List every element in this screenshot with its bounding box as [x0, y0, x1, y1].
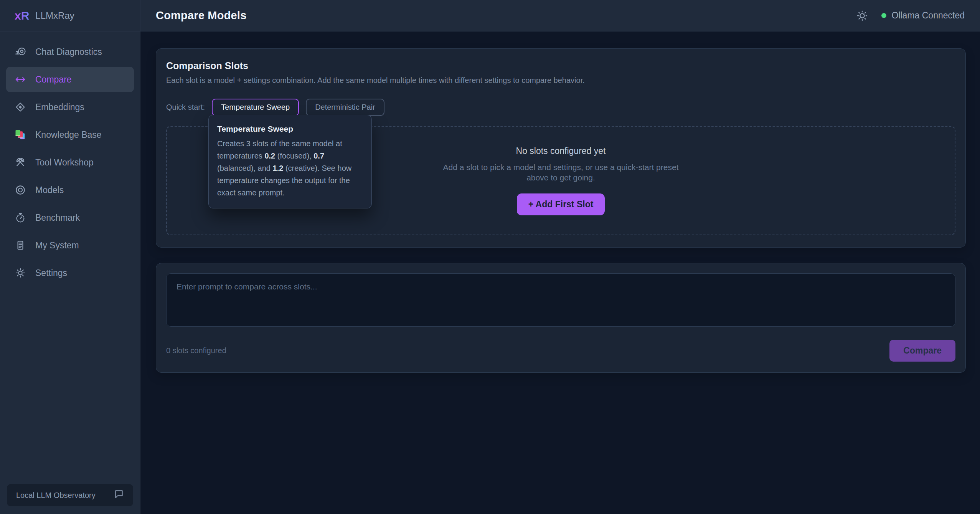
content: Comparison Slots Each slot is a model + …: [140, 31, 980, 514]
empty-state-title: No slots configured yet: [516, 146, 606, 156]
quickstart-label: Quick start:: [166, 103, 205, 112]
sidebar-item-knowledge-base[interactable]: Knowledge Base: [6, 122, 134, 147]
sidebar-nav: Chat Diagnostics Compare Embeddings: [0, 31, 140, 286]
main-area: Compare Models Ollama Connected Comparis…: [140, 0, 980, 514]
brand: xR LLMxRay: [0, 0, 140, 31]
sidebar-item-label: My System: [35, 240, 79, 251]
target-rings-icon: [14, 183, 27, 197]
prompt-card: 0 slots configured Compare: [156, 263, 966, 373]
app-root: xR LLMxRay Chat Diagnostics: [0, 0, 980, 514]
sidebar-item-compare[interactable]: Compare: [6, 67, 134, 92]
sidebar-item-settings[interactable]: Settings: [6, 260, 134, 286]
stopwatch-icon: [14, 211, 27, 224]
chat-bubble-icon: [114, 489, 124, 501]
brand-logo: xR: [15, 9, 29, 22]
brand-name: LLMxRay: [35, 10, 74, 21]
compare-button[interactable]: Compare: [889, 340, 955, 362]
quickstart-row: Quick start: Temperature Sweep Determini…: [166, 99, 955, 116]
theme-toggle-button[interactable]: [854, 7, 871, 24]
preset-temperature-sweep-button[interactable]: Temperature Sweep: [212, 99, 299, 116]
diamond-icon: [14, 101, 27, 114]
sidebar-item-label: Chat Diagnostics: [35, 47, 102, 57]
slots-count-label: 0 slots configured: [166, 346, 226, 355]
system-unit-icon: [14, 239, 27, 252]
compare-arrows-icon: [14, 73, 27, 86]
status-label: Ollama Connected: [892, 10, 965, 21]
status-dot: [881, 13, 886, 18]
sun-icon: [856, 10, 868, 22]
sidebar-item-label: Tool Workshop: [35, 157, 94, 168]
stacked-books-icon: [14, 128, 27, 141]
temperature-sweep-tooltip: Temperature Sweep Creates 3 slots of the…: [208, 115, 372, 208]
sidebar-item-my-system[interactable]: My System: [6, 233, 134, 258]
sidebar: xR LLMxRay Chat Diagnostics: [0, 0, 140, 514]
observatory-label: Local LLM Observatory: [16, 491, 96, 500]
sidebar-item-label: Models: [35, 185, 64, 195]
comparison-slots-card: Comparison Slots Each slot is a model + …: [156, 48, 966, 248]
preset-deterministic-pair-button[interactable]: Deterministic Pair: [306, 99, 384, 116]
sidebar-item-label: Knowledge Base: [35, 130, 102, 140]
empty-state-description: Add a slot to pick a model and settings,…: [434, 162, 688, 183]
sidebar-item-benchmark[interactable]: Benchmark: [6, 205, 134, 230]
slots-card-subtitle: Each slot is a model + settings combinat…: [166, 76, 955, 85]
sidebar-item-chat-diagnostics[interactable]: Chat Diagnostics: [6, 39, 134, 64]
prompt-footer: 0 slots configured Compare: [166, 340, 955, 362]
prompt-input[interactable]: [166, 273, 955, 327]
gear-icon: [14, 266, 27, 279]
tooltip-body: Creates 3 slots of the same model at tem…: [217, 137, 363, 199]
sidebar-item-embeddings[interactable]: Embeddings: [6, 94, 134, 120]
topbar-right: Ollama Connected: [854, 7, 965, 24]
slots-card-title: Comparison Slots: [166, 60, 955, 71]
scanner-icon: [14, 45, 27, 58]
sidebar-item-tool-workshop[interactable]: Tool Workshop: [6, 150, 134, 175]
add-first-slot-button[interactable]: + Add First Slot: [517, 193, 605, 215]
sidebar-item-label: Embeddings: [35, 102, 84, 112]
sidebar-item-label: Compare: [35, 74, 72, 85]
sidebar-item-label: Benchmark: [35, 213, 80, 223]
connection-status: Ollama Connected: [881, 10, 965, 21]
page-title: Compare Models: [156, 9, 246, 22]
sidebar-item-models[interactable]: Models: [6, 177, 134, 203]
sidebar-item-label: Settings: [35, 268, 67, 278]
observatory-feedback-button[interactable]: Local LLM Observatory: [7, 484, 133, 506]
crossed-hammers-icon: [14, 156, 27, 169]
tooltip-title: Temperature Sweep: [217, 124, 363, 134]
topbar: Compare Models Ollama Connected: [140, 0, 980, 31]
